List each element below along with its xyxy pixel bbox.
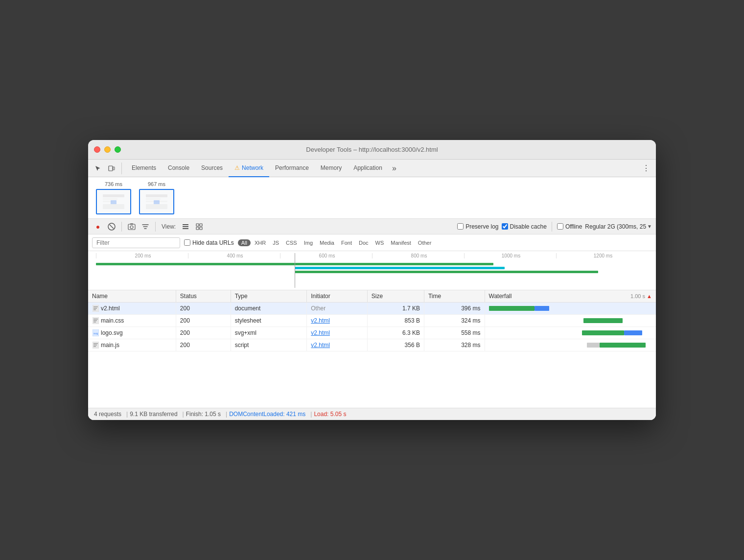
th-time[interactable]: Time — [424, 290, 485, 303]
filter-type-font[interactable]: Font — [338, 239, 355, 247]
tab-performance[interactable]: Performance — [269, 160, 315, 177]
cursor-icon[interactable] — [92, 163, 104, 174]
svg-rect-1 — [113, 167, 115, 170]
td-name: main.css — [88, 315, 176, 327]
th-type[interactable]: Type — [231, 290, 307, 303]
clear-button[interactable] — [106, 221, 117, 233]
th-status[interactable]: Status — [176, 290, 231, 303]
screenshot-thumb-2[interactable] — [139, 189, 174, 214]
view-tree-button[interactable] — [193, 221, 205, 233]
svg-line-15 — [110, 225, 114, 229]
screenshot-thumb-1[interactable] — [96, 189, 131, 214]
toolbar-right: Preserve log Disable cache Offline Regul… — [457, 222, 652, 232]
minimize-button[interactable] — [104, 146, 111, 153]
window-title: Developer Tools – http://localhost:3000/… — [306, 146, 438, 153]
tab-application[interactable]: Application — [348, 160, 388, 177]
screenshot-capture-button[interactable] — [126, 221, 138, 233]
td-size: 853 B — [367, 315, 424, 327]
td-status: 200 — [176, 315, 231, 327]
table-row[interactable]: v2.html 200 document Other 1.7 KB 396 ms — [88, 303, 656, 315]
th-name[interactable]: Name — [88, 290, 176, 303]
td-time: 396 ms — [424, 303, 485, 315]
hide-data-urls-checkbox[interactable] — [184, 239, 190, 246]
timeline-bar-green-2 — [295, 271, 598, 273]
view-label: View: — [162, 223, 176, 230]
title-bar: Developer Tools – http://localhost:3000/… — [88, 140, 656, 160]
preserve-log-label[interactable]: Preserve log — [457, 223, 498, 230]
svg-rect-33 — [93, 322, 96, 323]
filter-type-all[interactable]: All — [238, 239, 251, 246]
filter-button[interactable] — [140, 221, 151, 233]
filter-input[interactable] — [92, 237, 180, 248]
td-name: main.js — [88, 339, 176, 351]
throttle-selector[interactable]: Regular 2G (300ms, 25 ▼ — [585, 223, 652, 230]
td-initiator: v2.html — [307, 339, 367, 351]
th-initiator[interactable]: Initiator — [307, 290, 367, 303]
disable-cache-checkbox[interactable] — [502, 223, 508, 230]
td-initiator: v2.html — [307, 327, 367, 339]
table-row[interactable]: main.css 200 stylesheet v2.html 853 B 32… — [88, 315, 656, 327]
td-waterfall — [485, 339, 656, 351]
table-row[interactable]: svg logo.svg 200 svg+xml v2.html 6.3 KB … — [88, 327, 656, 339]
th-size[interactable]: Size — [367, 290, 424, 303]
screenshot-item-2[interactable]: 967 ms — [139, 181, 174, 214]
tab-console[interactable]: Console — [162, 160, 195, 177]
tab-sources[interactable]: Sources — [195, 160, 229, 177]
timeline-area: 200 ms 400 ms 600 ms 800 ms 1000 ms 1200… — [88, 251, 656, 290]
td-type: script — [231, 339, 307, 351]
filter-type-doc[interactable]: Doc — [356, 239, 372, 247]
tab-network[interactable]: ⚠ Network — [229, 160, 269, 177]
svg-rect-7 — [103, 204, 124, 209]
td-status: 200 — [176, 339, 231, 351]
tab-elements[interactable]: Elements — [126, 160, 162, 177]
table-container[interactable]: Name Status Type Initiator Size Time Wat… — [88, 290, 656, 408]
filter-type-manifest[interactable]: Manifest — [388, 239, 414, 247]
timeline-ruler: 200 ms 400 ms 600 ms 800 ms 1000 ms 1200… — [88, 253, 656, 258]
toolbar-divider-1 — [121, 222, 122, 232]
filter-type-js[interactable]: JS — [270, 239, 282, 247]
record-button[interactable]: ● — [92, 221, 104, 233]
maximize-button[interactable] — [115, 146, 121, 153]
svg-rect-29 — [93, 309, 96, 310]
filter-type-media[interactable]: Media — [317, 239, 337, 247]
svg-rect-25 — [200, 227, 202, 230]
filter-type-other[interactable]: Other — [415, 239, 435, 247]
toolbar-divider-2 — [155, 222, 156, 232]
tab-memory[interactable]: Memory — [315, 160, 348, 177]
timeline-vertical-line — [295, 253, 295, 288]
device-icon[interactable] — [106, 163, 117, 174]
disable-cache-label[interactable]: Disable cache — [502, 223, 547, 230]
table-row[interactable]: main.js 200 script v2.html 356 B 328 ms — [88, 339, 656, 351]
view-list-button[interactable] — [180, 221, 191, 233]
filter-type-tabs: All XHR JS CSS Img Media Font Doc WS Man… — [238, 239, 435, 247]
devtools-window: Developer Tools – http://localhost:3000/… — [88, 140, 656, 420]
dom-content-loaded: DOMContentLoaded: 421 ms — [229, 411, 305, 418]
filter-type-xhr[interactable]: XHR — [252, 239, 269, 247]
svg-rect-10 — [146, 198, 161, 200]
filter-type-img[interactable]: Img — [301, 239, 316, 247]
filter-type-css[interactable]: CSS — [283, 239, 300, 247]
td-waterfall — [485, 303, 656, 315]
screenshot-time-2: 967 ms — [148, 181, 165, 187]
devtools-menu-button[interactable]: ⋮ — [640, 163, 652, 174]
svg-rect-39 — [93, 346, 96, 347]
screenshot-item-1[interactable]: 736 ms — [96, 181, 131, 214]
offline-checkbox[interactable] — [557, 223, 563, 230]
svg-rect-23 — [200, 224, 202, 226]
th-waterfall[interactable]: Waterfall 1.00 s ▲ — [485, 290, 656, 303]
ruler-1000: 1000 ms — [464, 253, 556, 258]
js-file-icon — [92, 342, 99, 349]
hide-data-urls-label[interactable]: Hide data URLs — [184, 239, 234, 246]
filter-type-ws[interactable]: WS — [372, 239, 387, 247]
preserve-log-checkbox[interactable] — [457, 223, 464, 230]
td-status: 200 — [176, 303, 231, 315]
td-time: 324 ms — [424, 315, 485, 327]
svg-rect-3 — [103, 194, 124, 197]
more-tabs-button[interactable]: » — [388, 164, 400, 173]
offline-label[interactable]: Offline — [557, 223, 582, 230]
td-size: 1.7 KB — [367, 303, 424, 315]
ruler-600: 600 ms — [280, 253, 372, 258]
timeline-bar-teal — [295, 267, 505, 269]
close-button[interactable] — [94, 146, 100, 153]
svg-rect-27 — [93, 306, 98, 307]
